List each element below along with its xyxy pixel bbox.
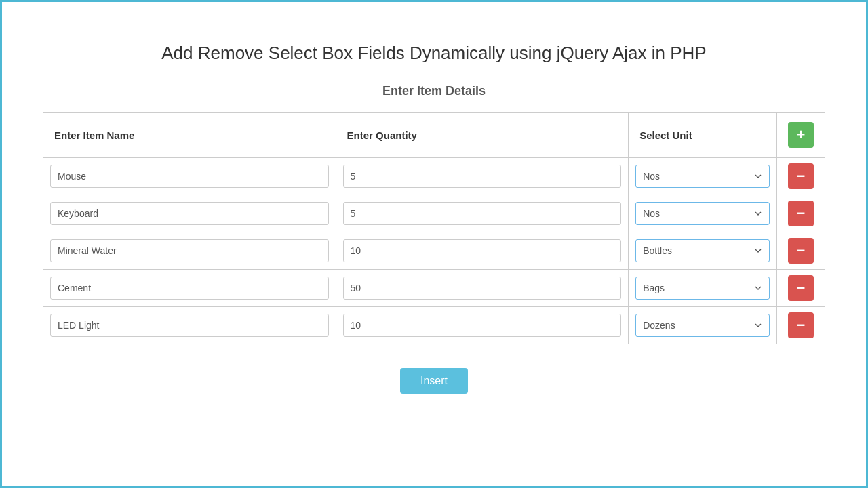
item-quantity-cell: [336, 158, 629, 195]
item-quantity-input[interactable]: [343, 165, 622, 188]
item-unit-select[interactable]: NosBottlesBagsDozensKgsLiters: [635, 314, 770, 337]
remove-row-button[interactable]: −: [788, 238, 814, 264]
item-table: Enter Item Name Enter Quantity Select Un…: [43, 112, 825, 344]
item-quantity-input[interactable]: [343, 277, 622, 300]
remove-row-button[interactable]: −: [788, 275, 814, 301]
col-header-name: Enter Item Name: [43, 113, 336, 158]
item-name-input[interactable]: [50, 165, 329, 188]
table-row: NosBottlesBagsDozensKgsLiters−: [43, 307, 825, 344]
item-table-body: NosBottlesBagsDozensKgsLiters−NosBottles…: [43, 158, 825, 344]
remove-row-button[interactable]: −: [788, 312, 814, 338]
item-quantity-input[interactable]: [343, 314, 622, 337]
table-header-row: Enter Item Name Enter Quantity Select Un…: [43, 113, 825, 158]
item-quantity-cell: [336, 232, 629, 270]
item-action-cell: −: [777, 307, 825, 344]
table-row: NosBottlesBagsDozensKgsLiters−: [43, 270, 825, 307]
item-name-cell: [43, 195, 336, 232]
table-row: NosBottlesBagsDozensKgsLiters−: [43, 158, 825, 195]
col-header-quantity: Enter Quantity: [336, 113, 629, 158]
item-unit-select[interactable]: NosBottlesBagsDozensKgsLiters: [635, 202, 770, 225]
item-name-cell: [43, 270, 336, 307]
table-row: NosBottlesBagsDozensKgsLiters−: [43, 195, 825, 232]
item-action-cell: −: [777, 270, 825, 307]
col-header-action: +: [777, 113, 825, 158]
item-name-cell: [43, 158, 336, 195]
remove-row-button[interactable]: −: [788, 201, 814, 226]
page-wrapper: Add Remove Select Box Fields Dynamically…: [2, 2, 866, 421]
item-action-cell: −: [777, 158, 825, 195]
item-unit-cell: NosBottlesBagsDozensKgsLiters: [629, 195, 777, 232]
item-name-input[interactable]: [50, 239, 329, 262]
item-name-input[interactable]: [50, 277, 329, 300]
item-unit-select[interactable]: NosBottlesBagsDozensKgsLiters: [635, 165, 770, 188]
item-action-cell: −: [777, 195, 825, 232]
insert-button[interactable]: Insert: [400, 368, 468, 394]
item-unit-cell: NosBottlesBagsDozensKgsLiters: [629, 158, 777, 195]
item-name-input[interactable]: [50, 314, 329, 337]
add-row-button[interactable]: +: [788, 122, 814, 148]
item-name-cell: [43, 307, 336, 344]
item-name-input[interactable]: [50, 202, 329, 225]
item-quantity-input[interactable]: [343, 239, 622, 262]
item-unit-cell: NosBottlesBagsDozensKgsLiters: [629, 232, 777, 270]
item-quantity-input[interactable]: [343, 202, 622, 225]
col-header-unit: Select Unit: [629, 113, 777, 158]
item-unit-select[interactable]: NosBottlesBagsDozensKgsLiters: [635, 239, 770, 262]
item-unit-cell: NosBottlesBagsDozensKgsLiters: [629, 307, 777, 344]
item-name-cell: [43, 232, 336, 270]
item-quantity-cell: [336, 195, 629, 232]
table-row: NosBottlesBagsDozensKgsLiters−: [43, 232, 825, 270]
main-title: Add Remove Select Box Fields Dynamically…: [43, 43, 825, 64]
item-unit-select[interactable]: NosBottlesBagsDozensKgsLiters: [635, 277, 770, 300]
remove-row-button[interactable]: −: [788, 163, 814, 189]
insert-section: Insert: [43, 368, 825, 394]
item-quantity-cell: [336, 307, 629, 344]
item-quantity-cell: [336, 270, 629, 307]
item-unit-cell: NosBottlesBagsDozensKgsLiters: [629, 270, 777, 307]
sub-title: Enter Item Details: [43, 84, 825, 98]
item-action-cell: −: [777, 232, 825, 270]
